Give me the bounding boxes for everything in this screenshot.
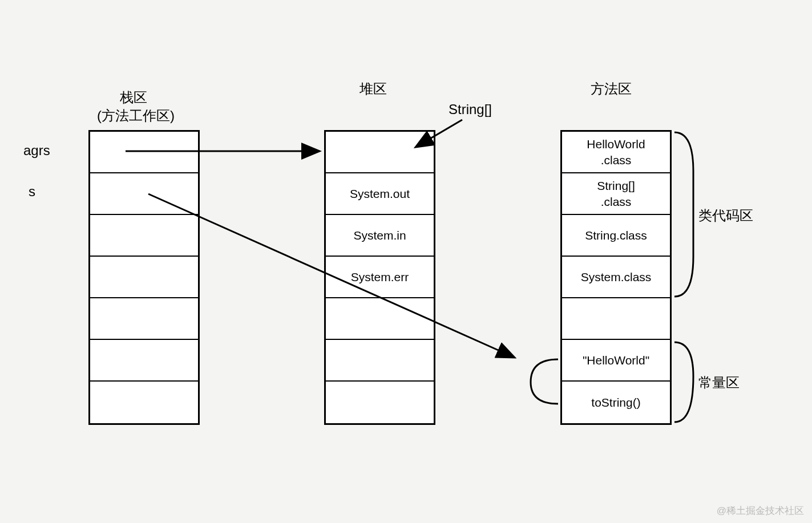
method-cell-0-line1: HelloWorld — [587, 136, 645, 152]
method-cell-5: "HelloWorld" — [562, 340, 670, 382]
stack-cell-0 — [90, 132, 198, 173]
stack-cell-3 — [90, 257, 198, 298]
method-title: 方法区 — [591, 80, 632, 98]
stack-title-line1: 栈区 — [120, 88, 147, 107]
stack-label-s: s — [29, 184, 35, 200]
region-label-constant: 常量区 — [698, 374, 740, 392]
method-area: HelloWorld .class String[] .class String… — [560, 130, 672, 425]
heap-cell-5 — [326, 340, 434, 382]
heap-annotation-string-array: String[] — [449, 102, 492, 117]
method-cell-1-line2: .class — [601, 194, 632, 209]
heap-cell-3: System.err — [326, 257, 434, 298]
heap-area: System.out System.in System.err — [324, 130, 435, 425]
heap-title: 堆区 — [359, 80, 387, 98]
stack-area — [88, 130, 200, 425]
method-cell-6: toString() — [562, 382, 670, 423]
heap-cell-2: System.in — [326, 215, 434, 257]
method-cell-0-line2: .class — [601, 152, 632, 168]
stack-cell-6 — [90, 382, 198, 423]
heap-cell-0 — [326, 132, 434, 173]
method-cell-0: HelloWorld .class — [562, 132, 670, 173]
watermark: @稀土掘金技术社区 — [717, 504, 804, 517]
method-cell-3: System.class — [562, 257, 670, 298]
heap-cell-1: System.out — [326, 173, 434, 215]
heap-cell-6 — [326, 382, 434, 423]
stack-label-agrs: agrs — [23, 143, 50, 159]
stack-cell-5 — [90, 340, 198, 382]
stack-cell-1 — [90, 173, 198, 215]
method-cell-4 — [562, 298, 670, 340]
method-cell-2: String.class — [562, 215, 670, 257]
heap-cell-4 — [326, 298, 434, 340]
stack-cell-4 — [90, 298, 198, 340]
method-cell-1: String[] .class — [562, 173, 670, 215]
region-label-class-code: 类代码区 — [698, 206, 753, 225]
stack-title-line2: (方法工作区) — [97, 107, 175, 125]
stack-cell-2 — [90, 215, 198, 257]
method-cell-1-line1: String[] — [597, 178, 635, 193]
